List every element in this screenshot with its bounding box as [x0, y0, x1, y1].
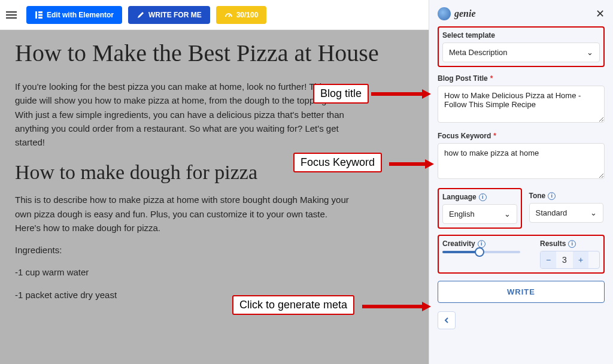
chevron-left-icon — [443, 317, 450, 324]
svg-rect-2 — [38, 14, 43, 16]
chevron-down-icon: ⌄ — [590, 208, 597, 217]
template-value: Meta Description — [449, 48, 508, 57]
svg-marker-8 — [425, 159, 434, 169]
increment-button[interactable]: + — [573, 251, 588, 268]
section-body: This is to describe how to make pizza at… — [15, 193, 350, 235]
write-for-me-label: WRITE FOR ME — [148, 11, 202, 19]
genie-panel: genie ✕ Select template Meta Description… — [429, 0, 613, 364]
svg-rect-1 — [38, 11, 43, 13]
gauge-icon — [224, 11, 233, 19]
pen-icon — [136, 11, 145, 19]
ingredient-item: -1 cup warm water — [15, 265, 350, 279]
arrow-icon — [362, 299, 431, 314]
edit-elementor-label: Edit with Elementor — [47, 11, 114, 19]
write-for-me-button[interactable]: WRITE FOR ME — [128, 6, 210, 24]
genie-logo-icon — [438, 7, 451, 20]
template-select[interactable]: Meta Description ⌄ — [442, 43, 600, 62]
svg-marker-10 — [422, 302, 431, 311]
chevron-down-icon: ⌄ — [504, 210, 511, 219]
post-intro: If you're looking for the best pizza you… — [15, 80, 350, 149]
brand-label: genie — [454, 8, 476, 19]
tone-select[interactable]: Standard ⌄ — [529, 203, 604, 223]
svg-marker-6 — [422, 89, 431, 99]
credits-button[interactable]: 30/100 — [216, 6, 267, 24]
blog-title-label: Blog Post Title * — [438, 74, 605, 83]
results-label: Results i — [540, 239, 600, 248]
callout-focus-keyword: Focus Keyword — [293, 153, 382, 172]
creativity-slider[interactable] — [442, 251, 520, 253]
language-label: Language i — [442, 193, 517, 201]
write-button[interactable]: WRITE — [438, 281, 605, 303]
callout-generate: Click to generate meta — [232, 295, 354, 315]
info-icon: i — [568, 240, 576, 248]
tone-value: Standard — [536, 208, 568, 217]
close-icon[interactable]: ✕ — [596, 7, 605, 20]
svg-rect-3 — [38, 17, 43, 19]
svg-line-4 — [229, 14, 230, 17]
back-button[interactable] — [438, 311, 456, 329]
callout-blog-title: Blog title — [313, 84, 369, 104]
chevron-down-icon: ⌄ — [587, 48, 593, 57]
info-icon: i — [479, 193, 487, 201]
post-content: How to Make the Best Pizza at House If y… — [0, 30, 429, 319]
credits-label: 30/100 — [236, 11, 259, 19]
creativity-label: Creativity i — [442, 239, 534, 248]
decrement-button[interactable]: − — [541, 251, 556, 268]
post-title: How to Make the Best Pizza at House — [15, 39, 414, 68]
menu-icon[interactable] — [6, 8, 20, 22]
language-value: English — [449, 210, 475, 219]
blog-title-input[interactable] — [438, 86, 605, 123]
edit-elementor-button[interactable]: Edit with Elementor — [26, 6, 122, 24]
brand: genie — [438, 7, 476, 20]
elementor-icon — [35, 11, 43, 19]
results-stepper: − 3 + — [540, 251, 600, 269]
info-icon: i — [548, 192, 556, 200]
info-icon: i — [478, 240, 485, 248]
keyword-label: Focus Keyword * — [438, 132, 605, 140]
arrow-icon — [371, 87, 431, 101]
results-value: 3 — [556, 255, 573, 265]
tone-label: Tone i — [529, 192, 604, 200]
svg-rect-0 — [35, 11, 37, 19]
keyword-input[interactable] — [438, 143, 605, 179]
ingredients-label: Ingredients: — [15, 243, 350, 257]
language-select[interactable]: English ⌄ — [442, 204, 517, 224]
template-label: Select template — [442, 31, 600, 40]
arrow-icon — [389, 157, 434, 171]
